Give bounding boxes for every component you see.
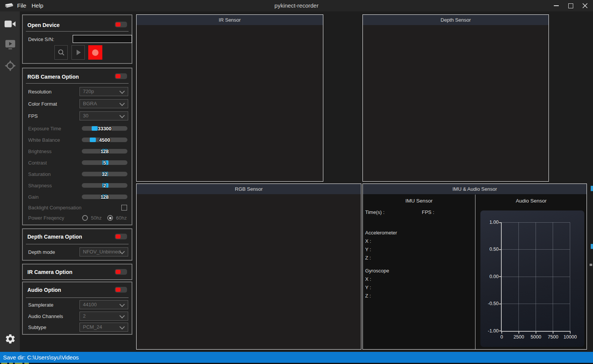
gridline bbox=[570, 222, 570, 331]
y-tick-label: 0.00 bbox=[480, 274, 499, 279]
samplerate-label: Samplerate bbox=[28, 302, 53, 308]
slider-value: 2 bbox=[82, 183, 127, 188]
clipped-content-fragment bbox=[591, 186, 593, 191]
record-button[interactable] bbox=[88, 45, 102, 60]
sidebar-item-record-view[interactable] bbox=[4, 18, 16, 30]
open-device-toggle[interactable] bbox=[115, 22, 127, 27]
x-tick-label: 2500 bbox=[510, 334, 527, 340]
accel-x-label: X : bbox=[365, 238, 371, 244]
play-button[interactable] bbox=[72, 45, 85, 60]
y-tick bbox=[499, 249, 501, 250]
slider-value: 128 bbox=[82, 149, 127, 154]
x-tick bbox=[518, 332, 519, 334]
app-logo-icon bbox=[4, 2, 14, 11]
power-60hz-radio[interactable] bbox=[107, 215, 113, 221]
clipped-content-fragment bbox=[590, 264, 592, 266]
accel-y-label: Y : bbox=[365, 247, 371, 252]
chevron-down-icon bbox=[119, 324, 125, 329]
depth-sensor-header: Depth Sensor bbox=[363, 15, 548, 25]
audio-option-panel: Audio Option Samplerate 44100 Audio Chan… bbox=[22, 282, 132, 335]
sidebar-item-3d-view[interactable] bbox=[4, 60, 16, 72]
close-button[interactable] bbox=[579, 0, 591, 11]
slider-value: 5 bbox=[82, 160, 127, 166]
search-icon bbox=[57, 48, 65, 57]
depth-mode-label: Depth mode bbox=[28, 249, 55, 255]
white-balance-slider[interactable]: 4500 bbox=[82, 138, 127, 142]
audio-option-title: Audio Option bbox=[27, 287, 61, 293]
y-tick-label: 1.00 bbox=[480, 220, 499, 225]
play-icon bbox=[74, 48, 83, 57]
audio-channels-select[interactable]: 2 bbox=[79, 312, 128, 321]
audio-channels-value: 2 bbox=[83, 313, 86, 319]
chevron-down-icon bbox=[119, 302, 125, 307]
chevron-down-icon bbox=[119, 101, 125, 106]
y-axis bbox=[501, 222, 502, 332]
brightness-slider[interactable]: 128 bbox=[82, 149, 127, 154]
power-50hz-radio[interactable] bbox=[82, 215, 88, 221]
imu-fps-label: FPS : bbox=[422, 209, 434, 215]
device-sn-label: Device S/N: bbox=[28, 36, 54, 42]
divider bbox=[26, 83, 129, 84]
toggle-knob bbox=[116, 288, 121, 292]
search-device-button[interactable] bbox=[54, 45, 68, 60]
gridline bbox=[536, 222, 536, 331]
accel-z-label: Z : bbox=[365, 255, 371, 261]
y-tick bbox=[499, 276, 501, 277]
device-sn-input[interactable] bbox=[73, 35, 132, 43]
chevron-down-icon bbox=[119, 313, 125, 318]
depth-sensor-viewer: Depth Sensor bbox=[362, 14, 549, 182]
ir-camera-panel: IR Camera Option bbox=[22, 264, 132, 280]
color-format-label: Color Format bbox=[28, 101, 57, 107]
maximize-button[interactable] bbox=[564, 0, 577, 11]
color-format-select[interactable]: BGRA bbox=[79, 99, 128, 108]
divider bbox=[26, 298, 129, 298]
depth-mode-select[interactable]: NFOV_Unbinned bbox=[79, 247, 128, 256]
power-60hz-label: 60hz bbox=[116, 215, 127, 221]
minimize-icon bbox=[554, 5, 559, 6]
audio-option-toggle[interactable] bbox=[115, 287, 127, 293]
y-tick-label: 0.50 bbox=[480, 247, 499, 252]
ir-camera-toggle[interactable] bbox=[115, 269, 127, 275]
audio-channels-label: Audio Channels bbox=[28, 313, 63, 319]
rgb-camera-toggle[interactable] bbox=[115, 73, 127, 79]
sidebar-item-settings[interactable] bbox=[4, 333, 16, 345]
x-tick bbox=[553, 332, 553, 334]
toggle-knob bbox=[116, 22, 121, 27]
gain-slider[interactable]: 128 bbox=[82, 195, 127, 199]
resolution-select[interactable]: 720p bbox=[79, 87, 128, 96]
x-tick-label: 10000 bbox=[562, 334, 579, 340]
gridline bbox=[518, 222, 519, 331]
video-player-icon bbox=[5, 40, 16, 50]
app-window: File Help pykinect-recorder bbox=[0, 0, 593, 364]
menu-file[interactable]: File bbox=[14, 0, 29, 11]
minimize-button[interactable] bbox=[550, 0, 563, 11]
depth-camera-toggle[interactable] bbox=[115, 234, 127, 239]
sidebar bbox=[0, 11, 20, 352]
y-tick-label: -0.50 bbox=[480, 301, 499, 306]
divider bbox=[26, 244, 129, 244]
rgb-sensor-viewer: RGB Sensor bbox=[136, 184, 361, 350]
fps-select[interactable]: 30 bbox=[79, 111, 128, 120]
menu-help[interactable]: Help bbox=[29, 0, 46, 11]
contrast-slider[interactable]: 5 bbox=[82, 160, 127, 165]
exposure-time-slider[interactable]: 33300 bbox=[82, 126, 127, 131]
x-tick bbox=[501, 332, 502, 334]
toggle-knob bbox=[116, 234, 121, 239]
saturation-slider[interactable]: 32 bbox=[82, 172, 127, 176]
audio-sensor-title: Audio Sensor bbox=[475, 198, 587, 204]
y-tick bbox=[499, 331, 501, 331]
sharpness-slider[interactable]: 2 bbox=[82, 183, 127, 188]
samplerate-select[interactable]: 44100 bbox=[79, 300, 128, 309]
sidebar-item-playback-view[interactable] bbox=[4, 39, 16, 51]
power-50hz-label: 50hz bbox=[91, 215, 102, 221]
title-bar: File Help pykinect-recorder bbox=[0, 0, 593, 11]
x-tick bbox=[570, 332, 571, 334]
depth-camera-title: Depth Camera Option bbox=[27, 234, 82, 240]
toggle-knob bbox=[116, 270, 121, 274]
y-tick bbox=[499, 304, 501, 304]
clipped-text-fragment bbox=[9, 363, 13, 364]
clipped-text-fragment bbox=[15, 363, 22, 364]
backlight-compensation-checkbox[interactable] bbox=[121, 205, 127, 210]
open-device-panel: Open Device Device S/N: bbox=[22, 14, 132, 64]
subtype-select[interactable]: PCM_24 bbox=[79, 323, 128, 332]
